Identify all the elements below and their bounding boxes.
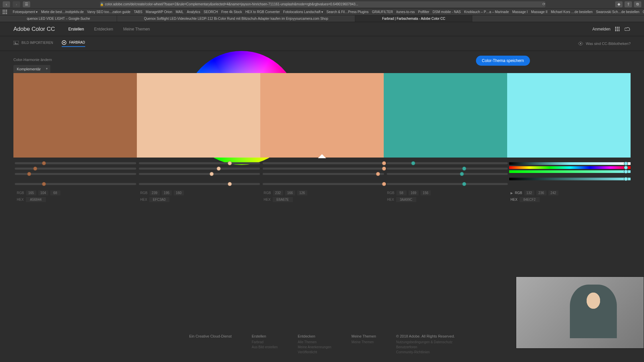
footer-link[interactable]: Benutzerforen <box>396 345 455 349</box>
rgb-r-input[interactable] <box>524 190 534 195</box>
slider-b[interactable] <box>15 173 136 175</box>
bookmark-item[interactable]: GRAUFILTER <box>372 10 393 14</box>
nav-create[interactable]: Erstellen <box>68 27 84 32</box>
back-button[interactable]: ‹ <box>3 1 10 7</box>
slider-g[interactable] <box>387 168 508 170</box>
nav-mythemes[interactable]: Meine Themen <box>123 27 150 32</box>
bookmark-item[interactable]: Fotoequipment ▾ <box>13 10 38 14</box>
reload-icon[interactable]: ⟳ <box>542 2 545 6</box>
bookmark-item[interactable]: Polfilter <box>418 10 429 14</box>
swatch-2[interactable] <box>137 73 260 158</box>
bookmark-item[interactable]: Miete die best…inobjektiv.de <box>41 10 84 14</box>
rgb-g-input[interactable] <box>536 190 546 195</box>
sidebar-button[interactable]: ☰ <box>23 1 30 7</box>
rgb-b-input[interactable] <box>50 190 60 195</box>
browser-tab-active[interactable]: Farbrad | Farbschemata - Adobe Color CC <box>355 15 472 22</box>
share-button[interactable]: ⇪ <box>625 1 632 7</box>
slider-brightness[interactable] <box>387 183 508 185</box>
rgb-b-input[interactable] <box>421 190 431 195</box>
bookmark-item[interactable]: Fotolocations Landschaft ▾ <box>283 10 323 14</box>
rgb-g-input[interactable] <box>409 190 419 195</box>
bookmark-item[interactable]: itunes-to-rss <box>396 10 415 14</box>
slider-brightness[interactable] <box>263 183 384 185</box>
footer-link[interactable]: Veröffentlicht <box>298 350 331 354</box>
footer-link[interactable]: Farbrad <box>252 340 278 344</box>
bookmark-item[interactable]: Knoblauch – P…a – Marinade <box>464 10 509 14</box>
detail-sat[interactable] <box>509 170 631 173</box>
swatch-3[interactable] <box>260 73 384 158</box>
slider-g[interactable] <box>263 168 384 170</box>
slider-g[interactable] <box>15 168 136 170</box>
slider-r[interactable] <box>263 162 384 164</box>
bookmark-item[interactable]: Varvy SEO too…zation guide <box>87 10 130 14</box>
slider-r[interactable] <box>387 162 508 164</box>
footer-link[interactable]: Community-Richtlinien <box>396 350 455 354</box>
slider-b[interactable] <box>139 173 260 175</box>
footer-link[interactable]: Nutzungsbedingungen & Datenschutz <box>396 340 455 344</box>
slider-brightness[interactable] <box>15 183 136 185</box>
bookmark-item[interactable]: Swarovski Sch…de bestellen <box>596 10 640 14</box>
bookmark-item[interactable]: Massage II <box>531 10 547 14</box>
hex-input[interactable] <box>149 197 169 202</box>
apps-icon[interactable] <box>3 10 7 14</box>
nav-explore[interactable]: Entdecken <box>94 27 113 32</box>
bookmark-item[interactable]: Analytics <box>187 10 200 14</box>
footer-link[interactable]: Meine Themen <box>352 340 376 344</box>
swatch-1[interactable] <box>13 73 137 158</box>
rgb-b-input[interactable] <box>297 190 307 195</box>
hex-input[interactable] <box>273 197 293 202</box>
footer-link[interactable]: Meine Anerkennungen <box>298 345 331 349</box>
url-bar[interactable]: 🔒 color.adobe.com/de/create/color-wheel/… <box>100 1 545 7</box>
hex-input[interactable] <box>396 197 416 202</box>
footer-link[interactable]: Aus Bild erstellen <box>252 345 278 349</box>
swatch-5[interactable] <box>507 73 631 158</box>
cloud-icon[interactable] <box>625 27 631 32</box>
color-wheel-button[interactable]: FARBRAD <box>62 40 85 47</box>
login-link[interactable]: Anmelden <box>592 27 610 32</box>
rgb-b-input[interactable] <box>548 190 558 195</box>
bookmark-item[interactable]: Michael Kors …de bestellen <box>551 10 593 14</box>
footer-link[interactable]: Alle Themen <box>298 340 331 344</box>
slider-r[interactable] <box>15 162 136 164</box>
rgb-b-input[interactable] <box>174 190 184 195</box>
extension-button[interactable]: ◆ <box>615 1 623 7</box>
detail-hue[interactable] <box>509 166 631 169</box>
save-theme-button[interactable]: Color-Thema speichern <box>476 56 530 66</box>
bookmark-item[interactable]: Open Broadcas… | Download <box>643 10 644 14</box>
svg-rect-4 <box>4 11 5 12</box>
detail-value[interactable] <box>509 178 631 180</box>
browser-tab[interactable]: quenox LED VIDE LIGHT – Google-Suche <box>0 15 117 22</box>
rgb-r-input[interactable] <box>150 190 160 195</box>
slider-r[interactable] <box>139 162 260 164</box>
bookmark-item[interactable]: ManageWP Orion <box>146 10 172 14</box>
hex-input[interactable] <box>520 197 540 202</box>
bookmark-item[interactable]: MAIL <box>176 10 183 14</box>
slider-b[interactable] <box>263 173 384 175</box>
bookmark-item[interactable]: SEORCH <box>204 10 218 14</box>
bookmark-item[interactable]: Free 4k Stock <box>221 10 242 14</box>
harmony-select[interactable]: Komplementär <box>13 65 50 73</box>
bookmark-item[interactable]: HEX to RGB Converter <box>245 10 280 14</box>
expand-icon[interactable]: ▶ <box>511 191 513 195</box>
libraries-link[interactable]: Was sind CC-Bibliotheken? <box>586 42 631 46</box>
detail-lightness[interactable] <box>509 162 631 165</box>
slider-brightness[interactable] <box>139 183 260 185</box>
rgb-g-input[interactable] <box>285 190 295 195</box>
hex-input[interactable] <box>26 197 46 202</box>
rgb-g-input[interactable] <box>38 190 48 195</box>
rgb-r-input[interactable] <box>273 190 283 195</box>
rgb-r-input[interactable] <box>26 190 36 195</box>
bookmark-item[interactable]: TABS <box>134 10 142 14</box>
grid-view-icon[interactable] <box>615 27 620 32</box>
browser-tab[interactable]: Quenox Softlight LED-Videoleuchte LEDP-1… <box>117 15 355 22</box>
tabs-button[interactable]: ⧉ <box>634 1 641 7</box>
rgb-g-input[interactable] <box>162 190 172 195</box>
bookmark-item[interactable]: Massage I <box>512 10 528 14</box>
slider-g[interactable] <box>139 168 260 170</box>
slider-b[interactable] <box>387 173 508 175</box>
bookmark-item[interactable]: Search & Fil…Press Plugins <box>326 10 369 14</box>
swatch-4[interactable] <box>384 73 507 158</box>
import-image-button[interactable]: BILD IMPORTIEREN <box>13 41 53 46</box>
rgb-r-input[interactable] <box>396 190 407 195</box>
bookmark-item[interactable]: DSM mobile - NAS <box>433 10 461 14</box>
